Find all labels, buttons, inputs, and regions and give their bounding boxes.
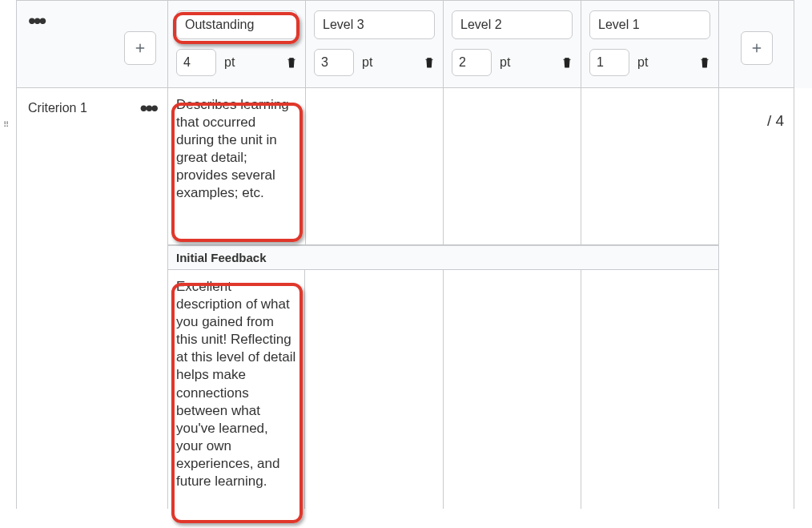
level-header-level1: pt xyxy=(581,0,718,88)
add-level-left-button[interactable] xyxy=(124,31,156,65)
points-unit-label: pt xyxy=(500,55,510,70)
criterion-more-icon[interactable]: ••• xyxy=(140,101,156,111)
points-unit-label: pt xyxy=(362,55,372,70)
criterion-max-points: / 4 xyxy=(767,112,784,129)
points-unit-label: pt xyxy=(224,55,235,70)
rubric-table: ••• pt pt xyxy=(16,0,812,509)
delete-level-icon[interactable] xyxy=(284,55,297,70)
description-text: Describes learning that occurred during … xyxy=(176,96,297,203)
level-name-input[interactable] xyxy=(589,10,710,39)
criterion-score-cell: / 4 xyxy=(718,88,794,509)
header-actions-cell: ••• xyxy=(16,0,167,88)
feedback-text xyxy=(452,278,573,501)
feedback-text xyxy=(589,278,710,501)
delete-level-icon[interactable] xyxy=(697,55,710,70)
feedback-section-header: Initial Feedback xyxy=(167,245,718,270)
delete-level-icon[interactable] xyxy=(422,55,435,70)
level-header-level2: pt xyxy=(443,0,581,88)
feedback-cell-outstanding[interactable]: Excellent description of what you gained… xyxy=(167,270,305,509)
feedback-cell-level3[interactable] xyxy=(305,270,443,509)
feedback-text xyxy=(313,278,435,501)
level-name-input[interactable] xyxy=(314,10,435,39)
criterion-label-cell: Criterion 1 ••• xyxy=(16,88,167,509)
rubric-header-row: ••• pt pt xyxy=(16,0,812,88)
feedback-cell-level1[interactable] xyxy=(581,270,718,509)
level-name-input[interactable] xyxy=(452,10,573,39)
header-add-right-cell xyxy=(718,0,794,88)
level-points-input[interactable] xyxy=(176,49,216,76)
drag-handle-icon[interactable]: ⠿ xyxy=(3,120,14,129)
feedback-text: Excellent description of what you gained… xyxy=(176,278,296,501)
criterion-body-stack: Describes learning that occurred during … xyxy=(167,88,718,509)
description-cell-level3[interactable] xyxy=(305,88,443,245)
criterion-row: Criterion 1 ••• Describes learning that … xyxy=(16,88,812,509)
feedback-cell-level2[interactable] xyxy=(443,270,581,509)
description-cell-level2[interactable] xyxy=(443,88,581,245)
description-cell-outstanding[interactable]: Describes learning that occurred during … xyxy=(167,88,305,245)
points-unit-label: pt xyxy=(637,55,648,70)
criterion-label: Criterion 1 xyxy=(28,101,87,115)
add-level-right-button[interactable] xyxy=(741,31,773,65)
level-header-level3: pt xyxy=(305,0,443,88)
level-header-outstanding: pt xyxy=(167,0,305,88)
level-points-input[interactable] xyxy=(452,49,492,76)
level-name-input[interactable] xyxy=(176,10,297,39)
description-cell-level1[interactable] xyxy=(581,88,718,245)
more-actions-icon[interactable]: ••• xyxy=(28,14,44,23)
delete-level-icon[interactable] xyxy=(560,55,573,70)
level-points-input[interactable] xyxy=(314,49,354,76)
level-points-input[interactable] xyxy=(589,49,629,76)
